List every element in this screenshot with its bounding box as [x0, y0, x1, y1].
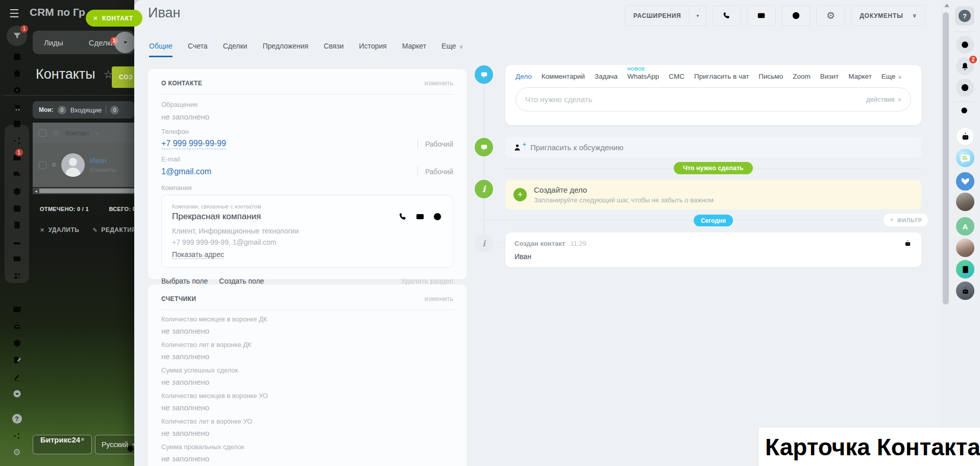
- timeline-log-entry[interactable]: Создан контакт 11:29 Иван: [505, 232, 921, 267]
- page-scrollbar[interactable]: [943, 12, 949, 305]
- create-contact-button[interactable]: СОЗ: [112, 66, 134, 88]
- create-activity-hint-card[interactable]: + Создайте дело Запланируйте следующий ш…: [505, 180, 921, 209]
- tl-tab-market[interactable]: Маркет: [848, 73, 872, 80]
- todo-input[interactable]: [525, 95, 866, 104]
- horizontal-scrollbar[interactable]: ◂: [33, 188, 134, 194]
- company-call-icon[interactable]: [398, 212, 408, 222]
- calendar-icon[interactable]: [12, 200, 22, 217]
- caret-down-icon[interactable]: ▾: [690, 13, 706, 18]
- bot-avatar[interactable]: [956, 127, 974, 146]
- tl-tab-activity[interactable]: Дело: [516, 73, 532, 80]
- company-name[interactable]: Прекрасная компания: [172, 212, 261, 222]
- feed-funnel-icon[interactable]: 1: [7, 26, 27, 46]
- tab-deals[interactable]: 1Сделки: [89, 38, 115, 47]
- email-link[interactable]: 1@gmail.com: [161, 167, 211, 176]
- settings-button[interactable]: ⚙: [816, 5, 845, 26]
- question-circle-icon[interactable]: ?: [12, 410, 22, 427]
- phone-link[interactable]: +7 999 999-99-99: [161, 139, 226, 149]
- history-button[interactable]: [956, 36, 974, 54]
- document-channel-avatar[interactable]: [956, 260, 974, 278]
- column-contact[interactable]: Контакт: [65, 129, 89, 137]
- messenger-button[interactable]: [781, 5, 811, 26]
- show-address-link[interactable]: Показать адрес: [172, 250, 224, 259]
- scroll-left-icon[interactable]: ◂: [33, 189, 39, 194]
- tl-tab-zoom[interactable]: Zoom: [793, 73, 811, 80]
- company-mail-icon[interactable]: [415, 212, 425, 222]
- crm-card-icon[interactable]: 1: [12, 149, 22, 166]
- signature-pen-icon[interactable]: [12, 368, 22, 385]
- timeline-filter-button[interactable]: ▼ ФИЛЬТР: [884, 214, 928, 226]
- share-small-icon[interactable]: [13, 427, 21, 444]
- contacts-filter-bar[interactable]: Мои: 0 Входящие 0: [33, 101, 134, 119]
- people-icon[interactable]: [12, 267, 22, 284]
- chevron-down-circle-icon[interactable]: [12, 385, 22, 402]
- tasks-clipboard-icon[interactable]: [12, 48, 22, 65]
- hamburger-menu-icon[interactable]: ☰: [9, 7, 19, 20]
- tab-history[interactable]: История: [359, 42, 386, 57]
- chat-bubbles-icon[interactable]: [12, 166, 22, 183]
- tab-general[interactable]: Общие: [149, 42, 173, 57]
- id-card-icon[interactable]: [12, 301, 22, 318]
- mail-icon[interactable]: [12, 250, 22, 267]
- call-button[interactable]: [712, 5, 741, 26]
- slider-close-button[interactable]: ✕ КОНТАКТ: [86, 10, 142, 27]
- tab-deals[interactable]: Сделки: [223, 42, 248, 57]
- todo-pill[interactable]: Что нужно сделать: [674, 162, 753, 174]
- edit-section-link[interactable]: изменить: [424, 295, 453, 302]
- add-plus-icon[interactable]: +: [513, 188, 527, 201]
- select-all-checkbox[interactable]: [39, 129, 46, 137]
- gear-icon[interactable]: ⚙: [13, 444, 20, 461]
- document-icon[interactable]: [12, 217, 22, 234]
- tab-leads[interactable]: Лиды: [44, 38, 63, 47]
- help-button[interactable]: ?: [955, 6, 974, 26]
- tl-tab-more[interactable]: Еще∨: [881, 73, 902, 80]
- search-button[interactable]: [960, 106, 970, 116]
- cube-icon[interactable]: [12, 335, 22, 352]
- user-avatar-letter[interactable]: A: [956, 217, 974, 236]
- tl-tab-sms[interactable]: СМС: [669, 73, 684, 80]
- scrollbar-thumb[interactable]: [39, 189, 134, 193]
- check-square-icon[interactable]: [12, 115, 22, 132]
- contact-name-link[interactable]: Иван: [90, 156, 116, 165]
- export-download-button[interactable]: [114, 32, 134, 53]
- contact-table-row[interactable]: ≡ Иван Клиенты: [33, 143, 134, 187]
- tab-quotes[interactable]: Предложения: [262, 42, 308, 57]
- tl-tab-letter[interactable]: Письмо: [758, 73, 783, 80]
- row-checkbox[interactable]: [39, 161, 46, 169]
- bar-chart-icon[interactable]: [12, 284, 22, 301]
- edit-selected-button[interactable]: ✎РЕДАКТИРО: [92, 226, 134, 234]
- inbox-tray-icon[interactable]: [12, 234, 22, 250]
- bitrix24-brand-button[interactable]: Битрикс24®: [33, 435, 92, 454]
- robot-icon[interactable]: [12, 318, 22, 335]
- documents-button[interactable]: ДОКУМЕНТЫ ∨: [851, 5, 925, 26]
- notifications-button[interactable]: 2: [956, 57, 974, 75]
- hexagon-icon[interactable]: [12, 183, 22, 200]
- user-avatar-woman[interactable]: [956, 239, 974, 257]
- extensions-button[interactable]: РАСШИРЕНИЯ ▾: [625, 5, 707, 26]
- company-chat-icon[interactable]: [432, 212, 443, 222]
- tl-tab-comment[interactable]: Комментарий: [542, 73, 585, 80]
- tab-links[interactable]: Связи: [324, 42, 344, 57]
- chat-channel-avatar[interactable]: [956, 149, 974, 167]
- grid-settings-icon[interactable]: ⚙: [53, 128, 59, 137]
- company-home-icon[interactable]: [12, 65, 22, 82]
- tab-market[interactable]: Маркет: [402, 42, 426, 57]
- vk-dog-avatar[interactable]: [956, 172, 974, 191]
- edit-section-link[interactable]: изменить: [424, 79, 453, 87]
- doc-edit-icon[interactable]: [12, 352, 22, 368]
- company-card[interactable]: Компании, связанные с контактом Прекрасн…: [161, 195, 453, 268]
- user-avatar-man[interactable]: [956, 193, 974, 211]
- filter-preset-incoming[interactable]: Входящие: [70, 106, 102, 114]
- share-network-icon[interactable]: [12, 132, 22, 149]
- bot-avatar-dark[interactable]: [956, 282, 974, 300]
- email-button[interactable]: [747, 5, 776, 26]
- messenger-rail-button[interactable]: [956, 79, 974, 97]
- drag-handle-icon[interactable]: ≡: [52, 160, 56, 170]
- shop-cart-icon[interactable]: [12, 99, 22, 115]
- actions-dropdown[interactable]: действия∨: [866, 96, 901, 103]
- tl-tab-task[interactable]: Задача: [595, 73, 618, 80]
- scroll-up-arrow-icon[interactable]: [944, 4, 949, 7]
- tl-tab-visit[interactable]: Визит: [820, 73, 839, 80]
- tl-tab-whatsapp[interactable]: НОВОЕWhatsApp: [627, 73, 659, 80]
- tab-more[interactable]: Еще∨: [442, 42, 463, 57]
